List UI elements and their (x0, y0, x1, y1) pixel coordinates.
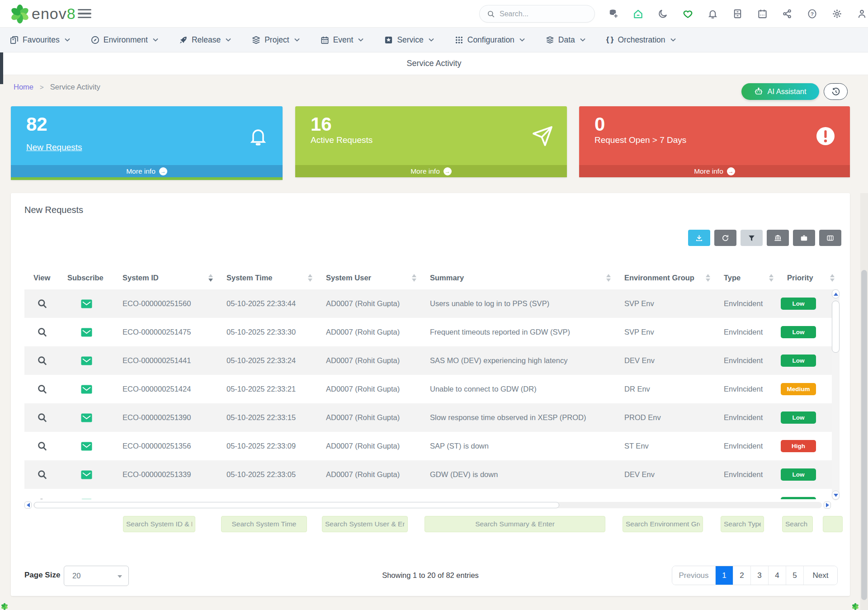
table-row[interactable]: ECO-000000251356 05-10-2025 22:33:09 AD0… (24, 432, 838, 460)
subscribe-cell[interactable] (61, 375, 113, 403)
view-cell[interactable] (24, 318, 61, 346)
share-icon[interactable] (782, 9, 793, 19)
subscribe-envelope-icon[interactable] (81, 413, 92, 422)
more-info-link[interactable]: More info → (579, 165, 850, 177)
view-search-icon[interactable] (37, 469, 48, 481)
refresh-button[interactable] (714, 230, 736, 246)
view-cell[interactable] (24, 375, 61, 403)
view-cell[interactable] (24, 289, 61, 318)
nav-project[interactable]: Project (252, 35, 299, 45)
sort-icons[interactable] (208, 274, 213, 282)
subscribe-cell[interactable] (61, 489, 113, 499)
col-header-environment-group[interactable]: Environment Group (614, 266, 714, 289)
filter-extra-input[interactable] (823, 516, 843, 532)
pagination-page-4[interactable]: 4 (769, 566, 786, 585)
export-download-button[interactable] (688, 230, 710, 246)
favourite-heart-icon[interactable] (683, 9, 693, 19)
bank-button[interactable] (767, 230, 789, 246)
table-row[interactable]: ECO-000000251475 05-10-2025 22:33:30 AD0… (24, 318, 838, 346)
scroll-down-button[interactable] (832, 491, 840, 500)
settings-gear-icon[interactable] (832, 9, 842, 19)
home-icon[interactable] (633, 9, 643, 19)
subscribe-cell[interactable] (61, 318, 113, 346)
subscribe-cell[interactable] (61, 403, 113, 432)
hamburger-menu-icon[interactable] (78, 8, 91, 19)
subscribe-envelope-icon[interactable] (81, 356, 92, 365)
subscribe-cell[interactable] (61, 460, 113, 489)
enov8-logo[interactable]: enov8 (10, 4, 76, 24)
calendar-icon[interactable] (757, 9, 768, 19)
nav-service[interactable]: Service (384, 35, 434, 45)
sort-icons[interactable] (830, 274, 835, 282)
scroll-left-button[interactable] (24, 501, 32, 509)
filter-system-id-input[interactable] (123, 516, 195, 532)
pagination-page-5[interactable]: 5 (786, 566, 804, 585)
scrollbar-thumb[interactable] (832, 301, 840, 353)
col-header-system-id[interactable]: System ID (113, 266, 217, 289)
view-search-icon[interactable] (37, 355, 48, 367)
sort-icons[interactable] (308, 274, 312, 282)
view-search-icon[interactable] (37, 298, 48, 310)
filter-priority-input[interactable] (782, 516, 813, 532)
sort-icons[interactable] (606, 274, 611, 282)
view-search-icon[interactable] (37, 440, 48, 452)
nav-orchestration[interactable]: { } Orchestration (606, 35, 676, 45)
subscribe-envelope-icon[interactable] (81, 442, 92, 451)
col-header-summary[interactable]: Summary (420, 266, 614, 289)
pagination-previous[interactable]: Previous (672, 566, 716, 585)
nav-event[interactable]: Event (321, 35, 364, 45)
col-header-priority[interactable]: Priority (777, 266, 838, 289)
view-search-icon[interactable] (37, 497, 48, 500)
nav-favourites[interactable]: Favourites (10, 35, 70, 45)
pagination-next[interactable]: Next (804, 566, 837, 585)
filter-button[interactable] (741, 230, 763, 246)
database-add-icon[interactable] (608, 9, 618, 19)
table-row[interactable]: Low (24, 489, 838, 499)
nav-configuration[interactable]: Configuration (455, 35, 525, 45)
table-row[interactable]: ECO-000000251339 05-10-2025 22:33:05 AD0… (24, 460, 838, 489)
stat-card-new-requests[interactable]: 82 New Requests More info → (11, 106, 283, 180)
columns-button[interactable] (819, 230, 841, 246)
search-input[interactable] (500, 10, 581, 18)
table-row[interactable]: ECO-000000251390 05-10-2025 22:33:15 AD0… (24, 403, 838, 432)
nav-release[interactable]: Release (179, 35, 231, 45)
sort-icons[interactable] (769, 274, 774, 282)
nav-environment[interactable]: Environment (91, 35, 158, 45)
notifications-bell-icon[interactable] (708, 9, 718, 19)
sort-icons[interactable] (706, 274, 710, 282)
filter-system-time-input[interactable] (221, 516, 307, 532)
subscribe-envelope-icon[interactable] (81, 328, 92, 337)
breadcrumb-home-link[interactable]: Home (14, 83, 33, 91)
scroll-right-button[interactable] (824, 501, 831, 509)
table-row[interactable]: ECO-000000251424 05-10-2025 22:33:21 AD0… (24, 375, 838, 403)
subscribe-cell[interactable] (61, 289, 113, 318)
scroll-up-button[interactable] (832, 289, 840, 298)
page-vertical-scrollbar[interactable] (860, 193, 868, 610)
pagination-page-2[interactable]: 2 (733, 566, 751, 585)
history-button[interactable] (824, 83, 848, 100)
subscribe-envelope-icon[interactable] (81, 499, 92, 500)
subscribe-envelope-icon[interactable] (81, 299, 92, 308)
help-icon[interactable]: ? (807, 9, 817, 19)
subscribe-envelope-icon[interactable] (81, 470, 92, 479)
table-vertical-scrollbar[interactable] (832, 289, 840, 501)
scrollbar-thumb[interactable] (861, 270, 867, 600)
table-horizontal-scrollbar[interactable] (24, 501, 831, 509)
nav-data[interactable]: Data (546, 35, 585, 45)
ai-assistant-button[interactable]: AI Assistant (741, 83, 819, 100)
table-row[interactable]: ECO-000000251560 05-10-2025 22:33:44 AD0… (24, 289, 838, 318)
view-cell[interactable] (24, 460, 61, 489)
pagination-page-3[interactable]: 3 (751, 566, 769, 585)
view-search-icon[interactable] (37, 326, 48, 338)
filter-summary-input[interactable] (425, 516, 605, 532)
briefcase-button[interactable] (793, 230, 815, 246)
stat-card-active-requests[interactable]: 16 Active Requests More info → (295, 106, 567, 177)
subscribe-cell[interactable] (61, 346, 113, 375)
filter-environment-input[interactable] (623, 516, 703, 532)
user-profile-icon[interactable] (857, 9, 867, 19)
filter-type-input[interactable] (721, 516, 764, 532)
global-search[interactable] (479, 5, 595, 23)
stat-label-link[interactable]: New Requests (26, 142, 82, 152)
stat-card-request-open-7-days[interactable]: 0 Request Open > 7 Days More info → (579, 106, 850, 177)
subscribe-cell[interactable] (61, 432, 113, 460)
